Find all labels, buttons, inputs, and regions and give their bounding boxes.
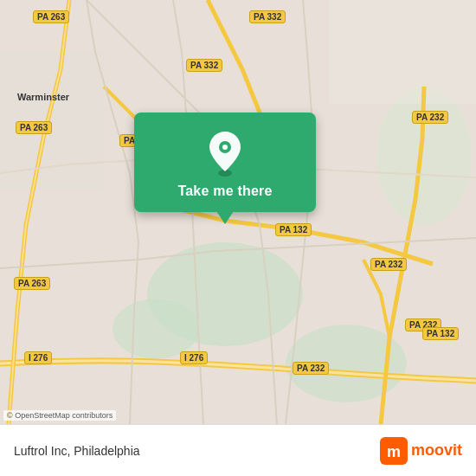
- svg-rect-5: [329, 0, 476, 104]
- road-label-pa263-bot: PA 263: [14, 277, 50, 290]
- moovit-logo: m moovit: [380, 437, 462, 465]
- map-svg: [0, 0, 476, 424]
- road-label-pa263-top: PA 263: [33, 10, 69, 23]
- svg-point-2: [113, 299, 199, 359]
- road-label-i276-right: I 276: [180, 351, 208, 364]
- road-label-pa332-mid: PA 332: [186, 59, 222, 72]
- bottom-bar: Luftrol Inc, Philadelphia m moovit: [0, 424, 476, 476]
- road-label-pa132-mid: PA 132: [275, 223, 312, 236]
- road-label-pa263-mid: PA 263: [16, 121, 52, 134]
- svg-point-9: [222, 145, 228, 150]
- road-label-pa132-br: PA 132: [422, 327, 459, 340]
- moovit-text: moovit: [411, 441, 462, 460]
- take-me-there-button[interactable]: Take me there: [177, 183, 272, 199]
- svg-text:m: m: [387, 443, 401, 460]
- road-label-pa232-mid: PA 232: [370, 258, 407, 271]
- popup-card[interactable]: Take me there: [134, 113, 316, 212]
- map-view[interactable]: PA 263 PA 332 PA 263 PA 33 PA 332 PA 232…: [0, 0, 476, 424]
- place-label-warminster: Warminster: [17, 92, 69, 102]
- road-label-pa332-top: PA 332: [249, 10, 286, 23]
- road-label-pa232-top: PA 232: [412, 111, 448, 124]
- location-name: Luftrol Inc, Philadelphia: [14, 444, 140, 458]
- road-label-i276-left: I 276: [24, 351, 52, 364]
- moovit-icon: m: [380, 437, 408, 465]
- location-pin-icon: [206, 130, 244, 177]
- road-label-pa232-bot: PA 232: [293, 362, 329, 375]
- map-attribution: © OpenStreetMap contributors: [3, 410, 116, 421]
